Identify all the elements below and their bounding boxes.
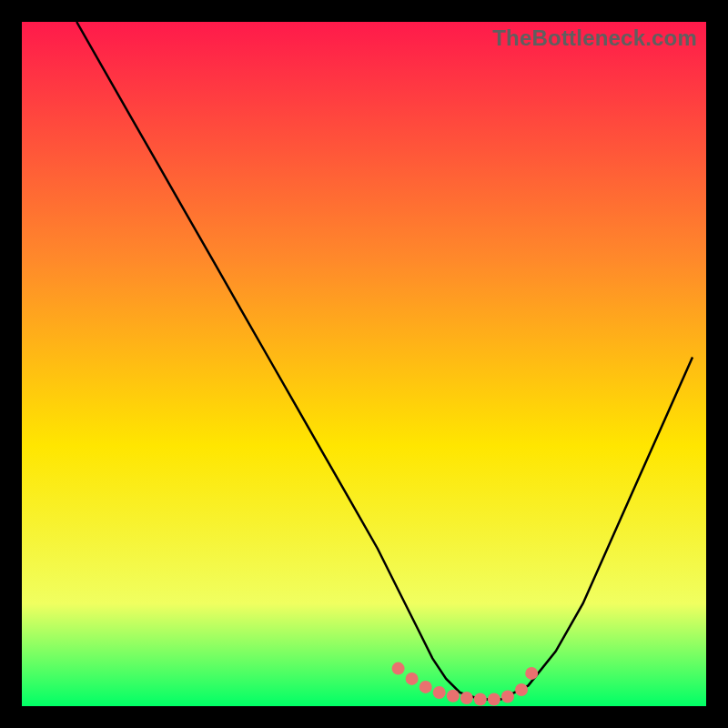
plot-svg [22, 22, 706, 706]
marker-dot [420, 681, 432, 693]
gradient-bg [22, 22, 706, 706]
marker-dot [447, 690, 460, 703]
plot-area: TheBottleneck.com [22, 22, 706, 706]
marker-dot [501, 691, 514, 703]
marker-dot [433, 686, 446, 699]
marker-dot [488, 693, 500, 706]
chart-frame: TheBottleneck.com [0, 0, 728, 728]
watermark-text: TheBottleneck.com [492, 25, 697, 51]
marker-dot [392, 662, 405, 675]
marker-dot [474, 693, 487, 706]
marker-dot [515, 683, 528, 696]
marker-dot [406, 672, 419, 685]
marker-dot [525, 667, 538, 680]
marker-dot [460, 692, 473, 704]
